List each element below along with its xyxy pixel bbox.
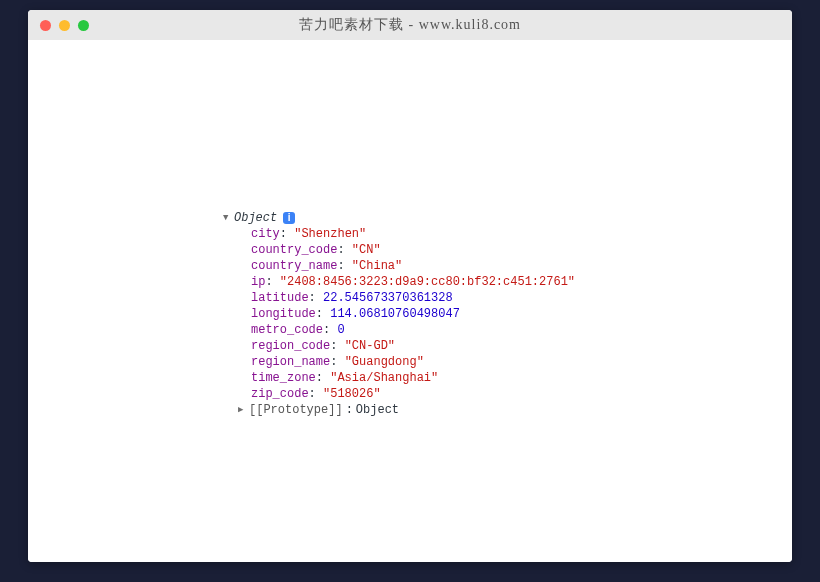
prop-value: "CN-GD" <box>345 339 395 353</box>
prop-key: ip <box>251 275 265 289</box>
minimize-icon[interactable] <box>59 20 70 31</box>
prop-value: "Shenzhen" <box>294 227 366 241</box>
prop-country-name[interactable]: country_name: "China" <box>251 258 792 274</box>
prop-region-code[interactable]: region_code: "CN-GD" <box>251 338 792 354</box>
prop-time-zone[interactable]: time_zone: "Asia/Shanghai" <box>251 370 792 386</box>
prop-value: "China" <box>352 259 402 273</box>
prototype-key: [[Prototype]] <box>249 402 343 418</box>
prop-latitude[interactable]: latitude: 22.545673370361328 <box>251 290 792 306</box>
console-pane: Object i city: "Shenzhen" country_code: … <box>28 40 792 562</box>
prop-key: longitude <box>251 307 316 321</box>
prototype-row[interactable]: [[Prototype]]: Object <box>223 402 792 418</box>
prop-value: "2408:8456:3223:d9a9:cc80:bf32:c451:2761… <box>280 275 575 289</box>
disclosure-triangle-down-icon[interactable] <box>223 210 231 226</box>
prop-key: country_name <box>251 259 337 273</box>
window-controls <box>40 20 89 31</box>
prop-value: "Asia/Shanghai" <box>330 371 438 385</box>
prop-key: latitude <box>251 291 309 305</box>
prototype-value: Object <box>356 402 399 418</box>
window-title: 苦力吧素材下载 - www.kuli8.com <box>28 16 792 34</box>
prop-key: zip_code <box>251 387 309 401</box>
prop-value: "CN" <box>352 243 381 257</box>
object-properties: city: "Shenzhen" country_code: "CN" coun… <box>223 226 792 402</box>
prop-key: time_zone <box>251 371 316 385</box>
prop-value: 0 <box>337 323 344 337</box>
prop-zip-code[interactable]: zip_code: "518026" <box>251 386 792 402</box>
object-row[interactable]: Object i <box>223 210 792 226</box>
close-icon[interactable] <box>40 20 51 31</box>
prop-key: country_code <box>251 243 337 257</box>
info-icon[interactable]: i <box>283 212 295 224</box>
prop-key: region_name <box>251 355 330 369</box>
prop-value: "518026" <box>323 387 381 401</box>
prop-country-code[interactable]: country_code: "CN" <box>251 242 792 258</box>
prop-key: city <box>251 227 280 241</box>
prop-value: 22.545673370361328 <box>323 291 453 305</box>
titlebar: 苦力吧素材下载 - www.kuli8.com <box>28 10 792 40</box>
prop-key: region_code <box>251 339 330 353</box>
maximize-icon[interactable] <box>78 20 89 31</box>
prop-key: metro_code <box>251 323 323 337</box>
prop-longitude[interactable]: longitude: 114.06810760498047 <box>251 306 792 322</box>
prop-value: "Guangdong" <box>345 355 424 369</box>
prop-city[interactable]: city: "Shenzhen" <box>251 226 792 242</box>
prop-region-name[interactable]: region_name: "Guangdong" <box>251 354 792 370</box>
prop-metro-code[interactable]: metro_code: 0 <box>251 322 792 338</box>
prop-ip[interactable]: ip: "2408:8456:3223:d9a9:cc80:bf32:c451:… <box>251 274 792 290</box>
disclosure-triangle-right-icon[interactable] <box>238 402 246 418</box>
browser-window: 苦力吧素材下载 - www.kuli8.com Object i city: "… <box>28 10 792 562</box>
object-label: Object <box>234 210 277 226</box>
prop-value: 114.06810760498047 <box>330 307 460 321</box>
